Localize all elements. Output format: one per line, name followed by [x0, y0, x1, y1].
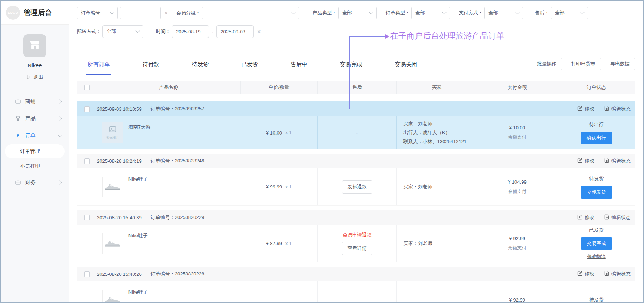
edit-label: 修改: [585, 158, 594, 164]
sidebar-subitem-receipt-print[interactable]: 小票打印: [1, 158, 69, 174]
delivery-label: 配送方式：: [77, 28, 101, 35]
submenu-label: 订单管理: [20, 148, 40, 155]
quantity: x 1: [285, 241, 292, 246]
aftersale-value: 全部: [555, 10, 565, 16]
edit-status-button[interactable]: 编辑状态: [604, 214, 631, 221]
search-type-select[interactable]: 订单编号: [77, 7, 118, 19]
order-time: 2025-08-28 16:24:19: [97, 158, 142, 164]
row-checkbox[interactable]: [84, 158, 90, 164]
print-shipping-button[interactable]: 打印出货单: [566, 58, 601, 70]
product-type-select[interactable]: 全部: [338, 7, 377, 19]
sneaker-image: [104, 181, 121, 193]
edit-status-button[interactable]: 编辑状态: [604, 271, 631, 277]
order-row-20250903257: 2025-09-03 10:10:59 订单编号：20250903257 修改 …: [77, 101, 635, 149]
order-number: 订单编号：20250820228: [151, 271, 205, 277]
order-status: 待发货: [589, 297, 604, 303]
request-refund-button[interactable]: 发起退款: [342, 180, 372, 194]
clear-search-icon[interactable]: ✕: [164, 10, 168, 16]
doc-gear-icon: [604, 106, 609, 112]
unit-price: ¥ 87.99: [266, 241, 282, 246]
product-name: Nike鞋子: [128, 232, 148, 262]
aftersale-dash: -: [356, 130, 358, 136]
date-start-input[interactable]: 2025-08-19: [172, 25, 209, 38]
tab-pending-payment[interactable]: 待付款: [143, 61, 159, 75]
edit-status-label: 编辑状态: [611, 271, 631, 277]
sidebar-item-finance[interactable]: 财务: [1, 174, 69, 191]
sidebar-item-order[interactable]: 订单: [1, 127, 69, 144]
app-window: LOGO 管理后台 Nikee 退出 商铺: [0, 0, 644, 303]
order-header-band: 2025-08-20 15:40:26 订单编号：20250820228 修改 …: [77, 267, 635, 281]
buyer-line: 买家：刘老师: [403, 184, 477, 190]
edit-status-button[interactable]: 编辑状态: [604, 106, 631, 112]
edit-order-button[interactable]: 修改: [577, 106, 594, 112]
order-type-select[interactable]: 全部: [411, 7, 450, 19]
order-body: 暂无图片 海南7天游 ¥ 10.00 x 1 - 买家：刘老师 出行人：成年人（…: [77, 116, 635, 149]
order-row-20250820228: 2025-08-20 15:40:26 订单编号：20250820228 修改 …: [77, 267, 635, 303]
paid-amount: ¥ 92.99: [509, 297, 525, 303]
select-all-checkbox[interactable]: [84, 85, 90, 90]
member-group-select[interactable]: [202, 7, 299, 19]
modify-logistics-link[interactable]: 修改物流: [587, 254, 606, 260]
product-type-value: 全部: [342, 10, 352, 16]
edit-order-button[interactable]: 修改: [577, 214, 594, 221]
tab-aftersale[interactable]: 售后中: [291, 61, 307, 75]
shop-icon: [15, 98, 21, 104]
sidebar-item-product[interactable]: 产品: [1, 110, 69, 127]
batch-operation-button[interactable]: 批量操作: [532, 58, 562, 70]
date-separator: -: [212, 29, 213, 35]
edit-pencil-icon: [577, 106, 583, 112]
paid-amount: ¥ 10.00: [509, 125, 525, 130]
product-image-shoe: [102, 177, 123, 197]
aftersale-select[interactable]: 全部: [551, 7, 588, 19]
row-checkbox[interactable]: [84, 215, 90, 220]
sidebar-item-shop[interactable]: 商铺: [1, 93, 69, 110]
order-number: 订单编号：20250820229: [151, 214, 205, 221]
product-name: 海南7天游: [128, 124, 150, 149]
main-content: 订单编号 ✕ 会员分组： 产品类型： 全部 订单类型： 全部: [69, 1, 643, 302]
tab-closed[interactable]: 交易关闭: [395, 61, 417, 75]
order-number: 订单编号：20250903257: [151, 106, 205, 112]
product-image-shoe: [102, 233, 123, 254]
edit-order-button[interactable]: 修改: [577, 158, 594, 164]
unit-price: ¥ 10.00: [266, 130, 282, 136]
sidebar: LOGO 管理后台 Nikee 退出 商铺: [1, 1, 69, 302]
sidebar-subitem-order-management[interactable]: 订单管理: [5, 144, 65, 158]
pay-method-select[interactable]: 全部: [484, 7, 523, 19]
order-doc-icon: [15, 132, 21, 139]
edit-status-button[interactable]: 编辑状态: [604, 158, 631, 164]
tab-all-orders[interactable]: 所有订单: [88, 61, 110, 75]
sidebar-item-label: 商铺: [25, 98, 36, 105]
layers-icon: [15, 115, 21, 122]
chevron-right-icon: [58, 180, 62, 184]
edit-order-button[interactable]: 修改: [577, 271, 594, 277]
edit-pencil-icon: [577, 214, 583, 221]
clear-date-icon[interactable]: ✕: [257, 29, 261, 35]
delivery-select[interactable]: 全部: [102, 25, 143, 38]
complete-trade-button[interactable]: 交易完成: [581, 237, 612, 250]
ship-now-button[interactable]: 立即发货: [581, 186, 612, 199]
storefront-icon: [29, 39, 41, 53]
pay-type: 余额支付: [508, 134, 526, 141]
edit-status-label: 编辑状态: [611, 106, 631, 112]
date-end-input[interactable]: 2025-09-03: [216, 25, 254, 38]
pay-method-label: 支付方式：: [459, 10, 483, 16]
logout-button[interactable]: 退出: [26, 74, 43, 81]
row-checkbox[interactable]: [84, 271, 90, 277]
row-checkbox[interactable]: [84, 106, 90, 112]
search-input[interactable]: [120, 7, 161, 19]
tab-completed[interactable]: 交易完成: [340, 61, 362, 75]
tab-shipped[interactable]: 已发货: [241, 61, 258, 75]
filter-row-1: 订单编号 ✕ 会员分组： 产品类型： 全部 订单类型： 全部: [77, 7, 635, 19]
export-data-button[interactable]: 导出数据: [605, 58, 635, 70]
product-image-shoe: [102, 290, 123, 303]
table-toolbar: 批量操作 打印出货单 导出数据: [532, 58, 635, 75]
order-time: 2025-08-20 15:40:39: [97, 215, 142, 220]
filter-bar: 订单编号 ✕ 会员分组： 产品类型： 全部 订单类型： 全部: [69, 1, 643, 44]
annotation-text: 在子商户后台处理旅游产品订单: [390, 30, 504, 42]
paid-amount: ¥ 92.99: [509, 236, 525, 241]
edit-status-label: 编辑状态: [611, 158, 631, 164]
submenu-label: 小票打印: [20, 163, 40, 170]
view-detail-button[interactable]: 查看详情: [342, 242, 372, 255]
confirm-travel-button[interactable]: 确认出行: [581, 132, 612, 144]
tab-pending-shipment[interactable]: 待发货: [192, 61, 209, 75]
